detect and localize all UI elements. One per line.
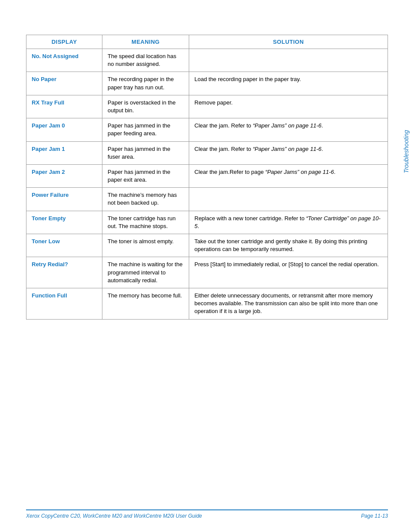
cell-solution: Press [Start] to immediately redial, or … [189, 257, 388, 288]
cell-display: No. Not Assigned [26, 49, 102, 72]
cell-display: Retry Redial? [26, 257, 102, 288]
cell-display: No Paper [26, 72, 102, 95]
main-table: DISPLAY MEANING SOLUTION No. Not Assigne… [26, 35, 388, 320]
cell-display: RX Tray Full [26, 95, 102, 118]
cell-solution: Take out the toner cartridge and gently … [189, 234, 388, 257]
cell-solution [189, 49, 388, 72]
cell-meaning: The machine’s memory has not been backed… [102, 188, 189, 211]
table-row: No. Not AssignedThe speed dial location … [26, 49, 388, 72]
cell-meaning: Paper is overstacked in the output bin. [102, 95, 189, 118]
cell-meaning: The toner cartridge has run out. The mac… [102, 211, 189, 234]
footer-right: Page 11-13 [361, 513, 388, 519]
cell-meaning: Paper has jammed in the paper exit area. [102, 164, 189, 187]
cell-display: Paper Jam 1 [26, 141, 102, 164]
cell-solution: Clear the jam.Refer to page “Paper Jams”… [189, 164, 388, 187]
table-row: No PaperThe recording paper in the paper… [26, 72, 388, 95]
cell-solution: Either delete unnecessary documents, or … [189, 288, 388, 319]
table-row: Retry Redial?The machine is waiting for … [26, 257, 388, 288]
table-row: Power FailureThe machine’s memory has no… [26, 188, 388, 211]
footer-left: Xerox CopyCentre C20, WorkCentre M20 and… [26, 513, 202, 519]
cell-meaning: Paper has jammed in the fuser area. [102, 141, 189, 164]
cell-solution: Clear the jam. Refer to “Paper Jams” on … [189, 141, 388, 164]
cell-display: Paper Jam 0 [26, 118, 102, 141]
table-row: Paper Jam 0Paper has jammed in the paper… [26, 118, 388, 141]
table-row: Paper Jam 2Paper has jammed in the paper… [26, 164, 388, 187]
table-header-row: DISPLAY MEANING SOLUTION [26, 35, 388, 49]
table-row: Toner LowThe toner is almost empty.Take … [26, 234, 388, 257]
table-row: Function FullThe memory has become full.… [26, 288, 388, 319]
table-row: Paper Jam 1Paper has jammed in the fuser… [26, 141, 388, 164]
cell-display: Toner Low [26, 234, 102, 257]
cell-display: Toner Empty [26, 211, 102, 234]
footer: Xerox CopyCentre C20, WorkCentre M20 and… [26, 509, 388, 519]
cell-solution: Load the recording paper in the paper tr… [189, 72, 388, 95]
cell-solution: Remove paper. [189, 95, 388, 118]
header-display: DISPLAY [26, 35, 102, 49]
cell-display: Function Full [26, 288, 102, 319]
table-row: RX Tray FullPaper is overstacked in the … [26, 95, 388, 118]
page-container: Troubleshooting DISPLAY MEANING SOLUTION… [0, 0, 414, 532]
cell-meaning: The machine is waiting for the programme… [102, 257, 189, 288]
cell-meaning: The toner is almost empty. [102, 234, 189, 257]
cell-solution: Replace with a new toner cartridge. Refe… [189, 211, 388, 234]
header-solution: SOLUTION [189, 35, 388, 49]
header-meaning: MEANING [102, 35, 189, 49]
cell-meaning: The memory has become full. [102, 288, 189, 319]
cell-meaning: The speed dial location has no number as… [102, 49, 189, 72]
sidebar-label: Troubleshooting [403, 130, 410, 173]
cell-display: Power Failure [26, 188, 102, 211]
table-row: Toner EmptyThe toner cartridge has run o… [26, 211, 388, 234]
cell-meaning: The recording paper in the paper tray ha… [102, 72, 189, 95]
cell-solution: Clear the jam. Refer to “Paper Jams” on … [189, 118, 388, 141]
cell-meaning: Paper has jammed in the paper feeding ar… [102, 118, 189, 141]
cell-display: Paper Jam 2 [26, 164, 102, 187]
cell-solution [189, 188, 388, 211]
